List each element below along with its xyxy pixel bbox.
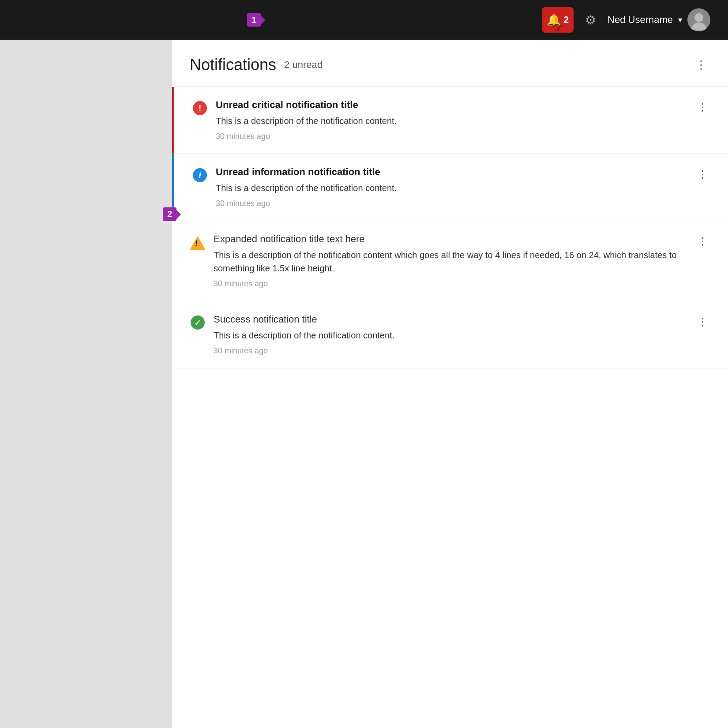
- bell-count: 2: [563, 14, 569, 26]
- notification-desc-success: This is a description of the notificatio…: [214, 329, 690, 342]
- notification-desc-info: This is a description of the notificatio…: [216, 181, 690, 195]
- notification-success-more-button[interactable]: ⋮: [694, 314, 710, 330]
- svg-point-1: [694, 13, 703, 22]
- notification-item-critical: ! Unread critical notification title Thi…: [172, 87, 728, 154]
- notification-body-critical: Unread critical notification title This …: [216, 99, 690, 141]
- annotation-1-label: 1: [251, 15, 256, 25]
- notification-item-success: ✓ Success notification title This is a d…: [172, 301, 728, 368]
- notification-warning-more-button[interactable]: ⋮: [694, 233, 710, 249]
- notification-title-warning: Expanded notification title text here: [214, 233, 690, 245]
- notifications-bell-button[interactable]: 🔔 2 ☞: [542, 7, 574, 33]
- gear-icon: ⚙: [585, 13, 596, 27]
- unread-count-badge: 2 unread: [284, 59, 323, 71]
- notification-item-info: i Unread information notification title …: [172, 154, 728, 221]
- critical-icon: !: [192, 100, 208, 116]
- sidebar: 2: [0, 40, 172, 728]
- notifications-panel: Notifications 2 unread ⋮ ! Unread critic…: [172, 40, 728, 728]
- svg-point-0: [691, 23, 707, 30]
- notification-desc-critical: This is a description of the notificatio…: [216, 114, 690, 128]
- notifications-more-options-button[interactable]: ⋮: [692, 56, 710, 74]
- avatar: [687, 8, 710, 31]
- info-icon: i: [192, 167, 208, 183]
- cursor-hand-icon: ☞: [552, 21, 563, 35]
- notification-body-success: Success notification title This is a des…: [214, 314, 690, 356]
- notifications-header: Notifications 2 unread ⋮: [172, 40, 728, 87]
- main-layout: 2 Notifications 2 unread ⋮ ! Unread crit…: [0, 40, 728, 728]
- navbar: 1 🔔 2 ☞ ⚙ Ned Username ▾: [0, 0, 728, 40]
- notification-body-info: Unread information notification title Th…: [216, 166, 690, 208]
- annotation-badge-1: 1: [247, 13, 261, 27]
- notification-title-info: Unread information notification title: [216, 166, 690, 178]
- notification-time-success: 30 minutes ago: [214, 346, 690, 356]
- notification-body-warning: Expanded notification title text here Th…: [214, 233, 690, 289]
- warning-icon: [190, 235, 206, 251]
- annotation-2-label: 2: [167, 209, 172, 219]
- notification-critical-more-button[interactable]: ⋮: [694, 99, 710, 115]
- notification-info-more-button[interactable]: ⋮: [694, 166, 710, 182]
- notification-time-info: 30 minutes ago: [216, 199, 690, 208]
- notification-time-warning: 30 minutes ago: [214, 279, 690, 289]
- annotation-badge-2: 2: [163, 207, 176, 221]
- notification-time-critical: 30 minutes ago: [216, 132, 690, 141]
- user-dropdown-arrow-icon: ▾: [678, 15, 682, 25]
- settings-gear-button[interactable]: ⚙: [582, 9, 600, 31]
- notification-title-critical: Unread critical notification title: [216, 99, 690, 111]
- notification-desc-warning: This is a description of the notificatio…: [214, 248, 690, 275]
- notifications-title: Notifications: [190, 56, 276, 74]
- user-name-label: Ned Username: [608, 14, 673, 26]
- user-menu[interactable]: Ned Username ▾: [608, 8, 710, 31]
- success-icon: ✓: [190, 315, 206, 330]
- notification-title-success: Success notification title: [214, 314, 690, 325]
- notification-item-warning: Expanded notification title text here Th…: [172, 221, 728, 301]
